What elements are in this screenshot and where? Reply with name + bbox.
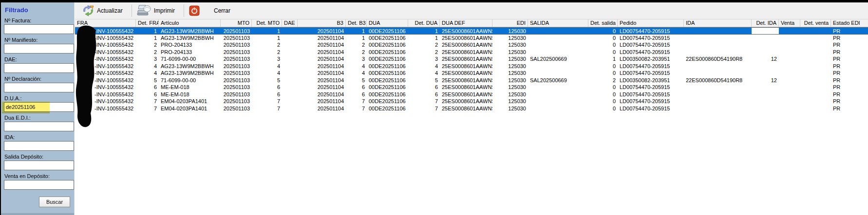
column-header-venta[interactable]: Venta xyxy=(779,19,800,27)
table-row[interactable]: -INV-100555432371-6099-00-00202501103320… xyxy=(75,55,868,63)
table-cell-det-mto: 1 xyxy=(252,28,282,34)
table-cell-ida xyxy=(684,70,752,77)
column-header-det-b3[interactable]: Det. B3 xyxy=(346,19,367,27)
table-cell-pedido: LD00754470-205915 xyxy=(618,49,684,56)
table-cell-pedido: LD00754470-205915 xyxy=(618,41,684,49)
table-cell-det-salida: 0 xyxy=(588,84,618,91)
table-cell-det-mto: 7 xyxy=(252,98,282,105)
table-cell-det-salida: 0 xyxy=(588,35,618,42)
table-cell-b3: 202501104 xyxy=(298,41,346,49)
table-cell-salida xyxy=(528,28,588,34)
salida-deposito-input[interactable] xyxy=(4,161,74,170)
imprimir-button[interactable]: Imprimir xyxy=(135,3,181,18)
column-header-edi[interactable]: EDI xyxy=(492,19,528,27)
table-cell-ida: 22ES000860D54190R8 xyxy=(684,77,752,84)
table-cell-dae xyxy=(282,28,298,34)
table-cell-venta xyxy=(779,49,800,56)
dua-input[interactable] xyxy=(4,102,74,112)
buscar-button[interactable]: Buscar xyxy=(39,197,70,207)
table-cell-det-mto: 4 xyxy=(252,70,282,77)
column-header-det-salida[interactable]: Det. salida xyxy=(588,19,618,27)
table-cell-b3: 202501104 xyxy=(298,105,346,112)
table-cell-det-fra: 5 xyxy=(136,77,159,84)
cerrar-button[interactable]: Cerrar xyxy=(187,4,236,17)
table-cell-mto: 202501103 xyxy=(221,63,252,70)
dae-input[interactable] xyxy=(4,63,74,73)
table-row[interactable]: -INV-1005554321AG23-13W9M2BBWH2025011031… xyxy=(75,35,868,42)
dua-edi-input[interactable] xyxy=(4,122,74,131)
salida-deposito-label: Salida Depósito: xyxy=(4,154,72,160)
column-header-dae[interactable]: DAE xyxy=(282,19,298,27)
table-cell-fra: -INV-100555432 xyxy=(75,105,136,112)
table-cell-estado-edi: PR xyxy=(831,105,868,112)
column-header-pedido[interactable]: Pedido xyxy=(618,19,684,27)
table-row[interactable]: -INV-1005554324AG23-13W9M2BBWH2025011034… xyxy=(75,63,868,70)
num-declaracion-label: Nº Declaración: xyxy=(4,76,72,82)
column-header-estado-edi[interactable]: Estado EDI xyxy=(831,19,868,27)
toolbar-separator xyxy=(184,4,184,17)
column-header-fra[interactable]: FRA xyxy=(75,19,136,27)
table-cell-articulo: PRO-204133 xyxy=(159,41,221,49)
num-manifiesto-input[interactable] xyxy=(4,44,74,54)
table-cell-b3: 202501104 xyxy=(298,70,346,77)
table-row[interactable]: -INV-1005554326ME-EM-0182025011036202501… xyxy=(75,91,868,98)
window-bottom-edge xyxy=(1,213,74,215)
num-declaracion-input[interactable] xyxy=(4,83,74,92)
table-row[interactable]: -INV-1005554327EM04-0203PA14012025011037… xyxy=(75,105,868,112)
table-cell-dua-def: 25ES0008601AAWNSA0 xyxy=(440,28,492,34)
table-row[interactable]: -INV-1005554322PRO-204133202501103220250… xyxy=(75,49,868,56)
table-cell-salida: SAL202500669 xyxy=(528,77,588,84)
table-cell-fra: -INV-100555432 xyxy=(75,84,136,91)
column-header-det-mto[interactable]: Det. MTO xyxy=(252,19,282,27)
num-factura-input[interactable] xyxy=(4,24,74,34)
column-header-dua[interactable]: DUA xyxy=(367,19,408,27)
venta-deposito-input[interactable] xyxy=(4,180,74,190)
column-header-b3[interactable]: B3 xyxy=(298,19,346,27)
data-grid: FRADet. FRAArtículoMTODet. MTODAEB3Det. … xyxy=(75,19,868,215)
table-cell-det-ida: 12 xyxy=(752,77,779,84)
table-cell-det-mto: 2 xyxy=(252,41,282,49)
table-cell-pedido: LD00350082-203951 xyxy=(618,55,684,63)
column-header-det-venta[interactable]: Det. venta xyxy=(800,19,831,27)
table-row[interactable]: -INV-1005554324AG23-13W9M2BBWH2025011034… xyxy=(75,70,868,77)
table-cell-det-fra: 2 xyxy=(136,49,159,56)
column-header-dua-def[interactable]: DUA DEF xyxy=(440,19,492,27)
table-cell-det-ida xyxy=(752,49,779,56)
table-row[interactable]: -INV-1005554327EM04-0203PA14012025011037… xyxy=(75,98,868,105)
column-header-det-ida[interactable]: Det. IDA xyxy=(752,19,779,27)
column-header-ida[interactable]: IDA xyxy=(684,19,752,27)
column-header-articulo[interactable]: Artículo xyxy=(159,19,221,27)
table-row[interactable]: -INV-1005554326ME-EM-0182025011036202501… xyxy=(75,84,868,91)
table-cell-salida xyxy=(528,98,588,105)
table-cell-dae xyxy=(282,70,298,77)
table-cell-dae xyxy=(282,77,298,84)
table-cell-det-fra: 6 xyxy=(136,84,159,91)
table-cell-dae xyxy=(282,41,298,49)
table-cell-fra: -INV-100555432 xyxy=(75,35,136,42)
table-cell-det-fra: 4 xyxy=(136,63,159,70)
table-cell-mto: 202501103 xyxy=(221,70,252,77)
table-cell-edi: 125030 xyxy=(492,77,528,84)
table-row[interactable]: -INV-1005554321AG23-13W9M2BBWH2025011031… xyxy=(75,27,868,35)
table-cell-estado-edi: PR xyxy=(831,98,868,105)
table-cell-dua-def: 25ES0008601AAWNSA0 xyxy=(440,84,492,91)
table-cell-articulo: AG23-13W9M2BBWH xyxy=(159,70,221,77)
table-row[interactable]: -INV-1005554322PRO-204133202501103220250… xyxy=(75,41,868,49)
column-header-det-fra[interactable]: Det. FRA xyxy=(136,19,159,27)
table-cell-det-b3: 1 xyxy=(346,28,367,34)
table-cell-det-mto: 4 xyxy=(252,63,282,70)
table-cell-det-venta xyxy=(800,35,831,42)
table-cell-det-venta xyxy=(800,77,831,84)
column-header-det-dua[interactable]: Det. DUA xyxy=(408,19,440,27)
table-row[interactable]: -INV-100555432571-6099-00-00202501103520… xyxy=(75,77,868,84)
table-cell-det-salida: 0 xyxy=(588,105,618,112)
table-cell-estado-edi: PR xyxy=(831,35,868,42)
table-cell-dua-def: 25ES0008601AAWNSA0 xyxy=(440,105,492,112)
table-cell-det-fra: 6 xyxy=(136,91,159,98)
column-header-mto[interactable]: MTO xyxy=(221,19,252,27)
table-cell-mto: 202501103 xyxy=(221,41,252,49)
column-header-salida[interactable]: SALIDA xyxy=(528,19,588,27)
actualizar-button[interactable]: Actualizar xyxy=(80,4,129,18)
ida-input[interactable] xyxy=(4,141,74,151)
table-cell-dua: 00DE20251106 xyxy=(367,77,408,84)
